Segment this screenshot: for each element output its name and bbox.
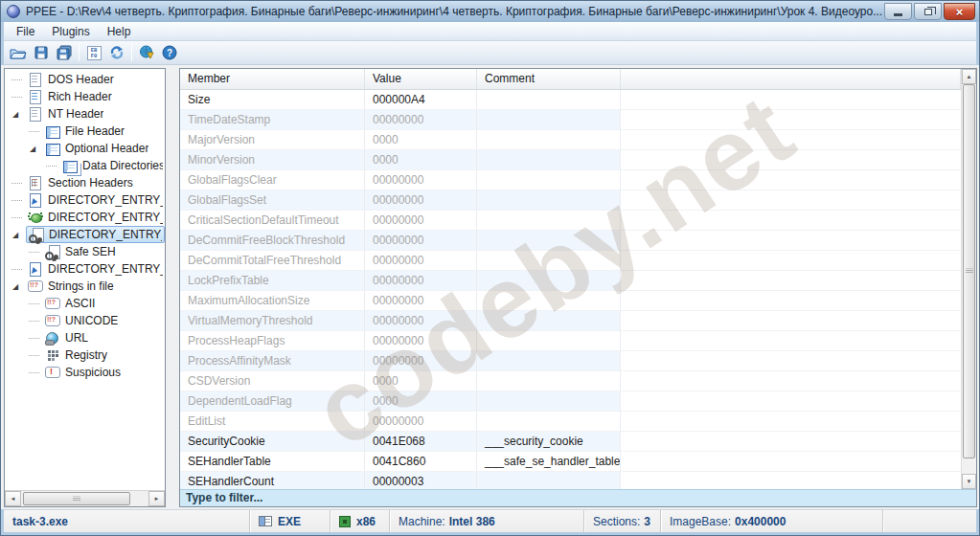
tree-item-optional-header[interactable]: ◢Optional Header [5, 140, 165, 157]
member-cell: DeCommitFreeBlockThreshold [180, 231, 365, 250]
menu-item-plugins[interactable]: Plugins [43, 23, 98, 40]
menu-item-help[interactable]: Help [99, 23, 140, 40]
open-file-button[interactable] [7, 42, 30, 63]
web-update-button[interactable] [135, 42, 158, 63]
hex-pattern-button[interactable]: EB F0 [82, 42, 105, 63]
member-row-timedatestamp[interactable]: TimeDateStamp00000000 [180, 110, 961, 130]
row-filler [621, 211, 961, 230]
tree-connector [11, 97, 22, 98]
scroll-down-button[interactable]: ▼ [962, 474, 976, 489]
expand-triangle-icon[interactable]: ◢ [27, 145, 35, 153]
member-row-processheapflags[interactable]: ProcessHeapFlags00000000 [180, 331, 961, 351]
section-table-icon [28, 175, 43, 190]
row-filler [621, 150, 961, 169]
value-cell: 00000003 [365, 472, 477, 489]
tree-item-label: Suspicious [65, 366, 121, 379]
tree-connector [29, 252, 39, 253]
member-row-editlist[interactable]: EditList00000000 [180, 412, 961, 432]
minimize-button[interactable] [884, 3, 912, 20]
tree-item-body: Registry [43, 346, 165, 364]
tree-item-ascii[interactable]: ASCII [5, 295, 165, 312]
save-button[interactable] [30, 42, 53, 63]
scroll-track[interactable] [21, 491, 148, 506]
row-filler [621, 371, 961, 391]
expand-triangle-icon[interactable]: ◢ [10, 231, 18, 239]
tree-item-unicode[interactable]: UNICODE [5, 312, 165, 329]
scroll-track[interactable] [962, 84, 976, 474]
comment-cell [477, 231, 621, 250]
tree-item-file-header[interactable]: File Header [5, 123, 165, 140]
member-row-globalflagsset[interactable]: GlobalFlagsSet00000000 [180, 190, 961, 211]
comment-cell [477, 412, 621, 431]
value-cell: 00000000 [365, 331, 477, 350]
member-row-processaffinitymask[interactable]: ProcessAffinityMask00000000 [180, 351, 961, 371]
save-floppy-icon [34, 45, 49, 60]
column-header-comment[interactable]: Comment [477, 69, 621, 89]
member-row-dependentloadflag[interactable]: DependentLoadFlag0000 [180, 391, 961, 412]
member-row-maximumallocationsize[interactable]: MaximumAllocationSize00000000 [180, 291, 961, 311]
help-button[interactable]: ? [158, 42, 181, 63]
member-row-decommitfreeblockthreshold[interactable]: DeCommitFreeBlockThreshold00000000 [180, 231, 961, 251]
comment-cell [477, 110, 621, 129]
tree-item-strings-in-file[interactable]: ◢Strings in file [5, 278, 165, 295]
column-header-value[interactable]: Value [365, 69, 477, 89]
status-arch: x86 [330, 510, 389, 532]
tree-item-section-headers[interactable]: Section Headers [5, 174, 165, 191]
tree-item-directory-entry-debug[interactable]: DIRECTORY_ENTRY_DEBUG [5, 209, 165, 226]
tree-item-data-directories[interactable]: Data Directories [5, 157, 165, 174]
member-row-globalflagsclear[interactable]: GlobalFlagsClear00000000 [180, 170, 961, 190]
member-row-securitycookie[interactable]: SecurityCookie0041E068___security_cookie [180, 432, 961, 452]
restore-button[interactable] [914, 3, 942, 20]
toolbar-separator [79, 44, 80, 61]
tree-item-url[interactable]: URL [5, 329, 165, 346]
tree-item-suspicious[interactable]: Suspicious [5, 364, 165, 381]
tree-item-nt-header[interactable]: ◢NT Header [5, 105, 165, 123]
tree-item-rich-header[interactable]: Rich Header [5, 88, 165, 105]
member-row-majorversion[interactable]: MajorVersion0000 [180, 130, 961, 150]
scroll-thumb[interactable] [23, 492, 130, 505]
save-copy-button[interactable] [53, 42, 76, 63]
tree-connector [29, 321, 39, 322]
member-row-minorversion[interactable]: MinorVersion0000 [180, 150, 961, 170]
member-row-sehandlertable[interactable]: SEHandlerTable0041C860___safe_se_handler… [180, 452, 961, 472]
table-icon [45, 123, 60, 139]
column-header-member[interactable]: Member [180, 69, 365, 89]
scroll-thumb[interactable] [963, 84, 975, 458]
tree-horizontal-scrollbar[interactable]: ◄ ► [5, 490, 165, 506]
column-header-empty[interactable] [621, 69, 961, 89]
member-row-sehandlercount[interactable]: SEHandlerCount00000003 [180, 472, 961, 489]
filter-input[interactable]: Type to filter... [180, 489, 976, 506]
tree-item-dos-header[interactable]: DOS Header [5, 71, 165, 88]
row-filler [621, 231, 961, 250]
expand-triangle-icon[interactable]: ◢ [10, 282, 18, 291]
member-row-criticalsectiondefaulttimeout[interactable]: CriticalSectionDefaultTimeout00000000 [180, 211, 961, 231]
tree-item-safe-seh[interactable]: Safe SEH [5, 243, 165, 260]
tree-item-directory-entry-impor[interactable]: DIRECTORY_ENTRY_IMPOR [5, 191, 165, 209]
scroll-left-button[interactable]: ◄ [5, 491, 21, 506]
row-filler [621, 110, 961, 129]
tree-item-body: Optional Header [43, 140, 165, 157]
value-cell: 00000000 [365, 211, 477, 230]
member-row-decommittotalfreethreshold[interactable]: DeCommitTotalFreeThreshold00000000 [180, 251, 961, 271]
expand-triangle-icon[interactable]: ◢ [10, 110, 18, 119]
panel-splitter[interactable] [166, 68, 179, 507]
member-cell: GlobalFlagsClear [180, 170, 365, 190]
menu-item-file[interactable]: File [8, 23, 43, 40]
member-row-size[interactable]: Size000000A4 [180, 90, 961, 110]
import-page-icon [28, 192, 43, 208]
tree-marker [10, 183, 26, 184]
list-vertical-scrollbar[interactable]: ▲ ▼ [961, 69, 976, 489]
member-row-csdversion[interactable]: CSDVersion0000 [180, 371, 961, 391]
row-filler [621, 391, 961, 411]
tree-item-body: ASCII [43, 295, 165, 312]
member-row-virtualmemorythreshold[interactable]: VirtualMemoryThreshold00000000 [180, 311, 961, 331]
tree-item-registry[interactable]: Registry [5, 346, 165, 364]
refresh-button[interactable] [105, 42, 128, 63]
close-button[interactable]: × [944, 3, 975, 20]
value-cell: 00000000 [365, 351, 477, 370]
member-row-lockprefixtable[interactable]: LockPrefixTable00000000 [180, 271, 961, 291]
tree-item-directory-entry-iat[interactable]: DIRECTORY_ENTRY_IAT [5, 260, 165, 278]
scroll-right-button[interactable]: ► [148, 491, 165, 506]
tree-item-directory-entry-load-[interactable]: ◢DIRECTORY_ENTRY_LOAD_ [5, 226, 165, 243]
scroll-up-button[interactable]: ▲ [962, 69, 976, 84]
